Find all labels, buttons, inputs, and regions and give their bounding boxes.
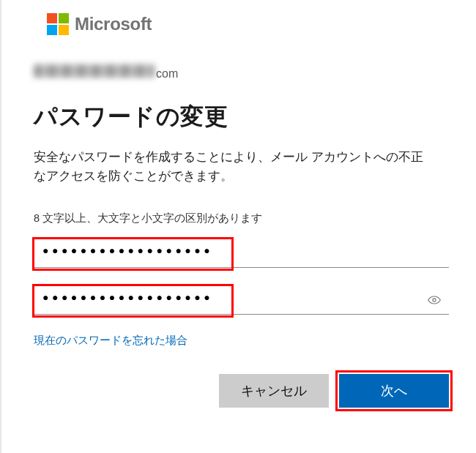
page-description: 安全なパスワードを作成することにより、メール アカウントへの不正なアクセスを防ぐ… xyxy=(34,148,429,187)
svg-point-0 xyxy=(433,299,436,302)
brand-text: Microsoft xyxy=(75,14,152,34)
next-button[interactable]: 次へ xyxy=(339,374,449,408)
password-rule: 8 文字以上、大文字と小文字の区別があります xyxy=(34,211,449,225)
current-password-input[interactable] xyxy=(34,239,449,268)
email-redacted xyxy=(34,64,155,78)
new-password-field-wrapper: ●●●●●●●●●●●●●●●●●● xyxy=(34,285,449,315)
brand-row: Microsoft xyxy=(47,13,449,35)
cancel-button[interactable]: キャンセル xyxy=(219,374,329,408)
email-suffix: com xyxy=(156,67,178,81)
eye-icon xyxy=(427,293,442,307)
forgot-password-link[interactable]: 現在のパスワードを忘れた場合 xyxy=(34,334,187,348)
current-password-field-wrapper: ●●●●●●●●●●●●●●●●●● xyxy=(34,239,449,268)
action-button-row: キャンセル 次へ xyxy=(34,374,449,408)
new-password-input[interactable] xyxy=(34,285,449,315)
reveal-password-button[interactable] xyxy=(424,290,445,310)
page-title: パスワードの変更 xyxy=(34,101,449,133)
account-email: com xyxy=(34,64,449,81)
microsoft-logo-icon xyxy=(47,13,69,35)
